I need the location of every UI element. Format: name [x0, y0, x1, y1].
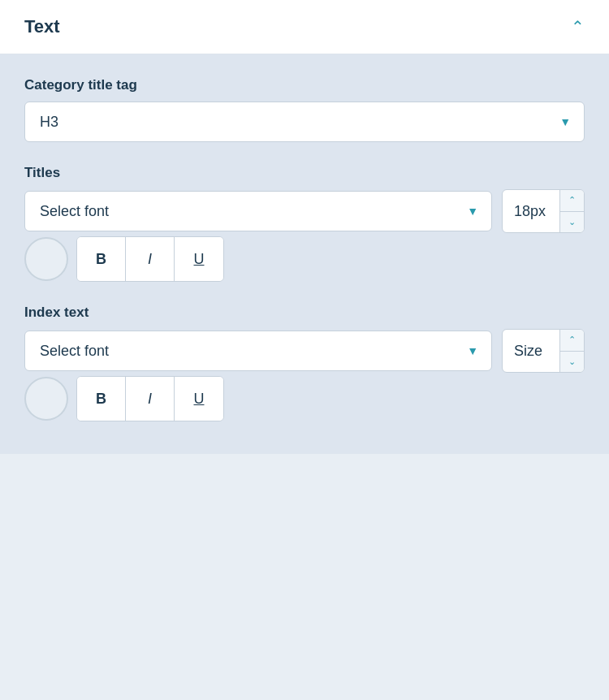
category-title-tag-select[interactable]: H1 H2 H3 H4 H5 H6 — [25, 102, 584, 141]
collapse-icon[interactable]: ⌃ — [571, 17, 585, 37]
index-text-font-select[interactable]: Select font Arial Georgia Helvetica Time… — [25, 331, 491, 370]
titles-italic-button[interactable]: I — [126, 237, 175, 281]
titles-font-select-wrapper: Select font Arial Georgia Helvetica Time… — [24, 191, 492, 231]
category-title-tag-label: Category title tag — [24, 77, 585, 93]
index-text-underline-button[interactable]: U — [175, 377, 223, 421]
index-text-bold-button[interactable]: B — [77, 377, 126, 421]
titles-size-up-button[interactable]: ⌃ — [560, 190, 584, 212]
index-text-italic-button[interactable]: I — [126, 377, 175, 421]
category-title-tag-select-wrapper: H1 H2 H3 H4 H5 H6 ▼ — [24, 102, 585, 142]
index-text-size-up-button[interactable]: ⌃ — [560, 330, 584, 352]
index-text-format-row: B I U — [24, 376, 585, 421]
text-panel: Text ⌃ Category title tag H1 H2 H3 H4 H5… — [0, 0, 609, 454]
titles-section: Titles Select font Arial Georgia Helveti… — [24, 165, 585, 282]
panel-header: Text ⌃ — [0, 0, 609, 54]
titles-size-value: 18px — [503, 203, 559, 220]
index-text-controls-row: Select font Arial Georgia Helvetica Time… — [24, 329, 585, 373]
titles-size-down-button[interactable]: ⌄ — [560, 212, 584, 233]
titles-format-row: B I U — [24, 236, 585, 282]
panel-body: Category title tag H1 H2 H3 H4 H5 H6 ▼ T… — [0, 54, 609, 454]
titles-size-spinners: ⌃ ⌄ — [559, 190, 584, 232]
titles-bold-button[interactable]: B — [77, 237, 126, 281]
index-text-font-select-wrapper: Select font Arial Georgia Helvetica Time… — [24, 331, 492, 371]
titles-format-buttons: B I U — [76, 236, 224, 282]
index-text-label: Index text — [24, 305, 585, 321]
category-title-tag-section: Category title tag H1 H2 H3 H4 H5 H6 ▼ — [24, 77, 585, 142]
titles-controls-row: Select font Arial Georgia Helvetica Time… — [24, 189, 585, 233]
index-text-section: Index text Select font Arial Georgia Hel… — [24, 305, 585, 421]
panel-title: Text — [24, 16, 60, 37]
titles-underline-button[interactable]: U — [175, 237, 223, 281]
index-text-size-down-button[interactable]: ⌄ — [560, 352, 584, 373]
index-text-format-buttons: B I U — [76, 376, 224, 421]
titles-font-select[interactable]: Select font Arial Georgia Helvetica Time… — [25, 192, 491, 231]
index-text-size-value: Size — [503, 343, 559, 360]
index-text-size-box: Size ⌃ ⌄ — [502, 329, 585, 373]
index-text-size-spinners: ⌃ ⌄ — [559, 330, 584, 372]
titles-size-box: 18px ⌃ ⌄ — [502, 189, 585, 233]
index-text-color-picker[interactable] — [24, 377, 68, 421]
titles-label: Titles — [24, 165, 585, 181]
titles-color-picker[interactable] — [24, 237, 68, 281]
